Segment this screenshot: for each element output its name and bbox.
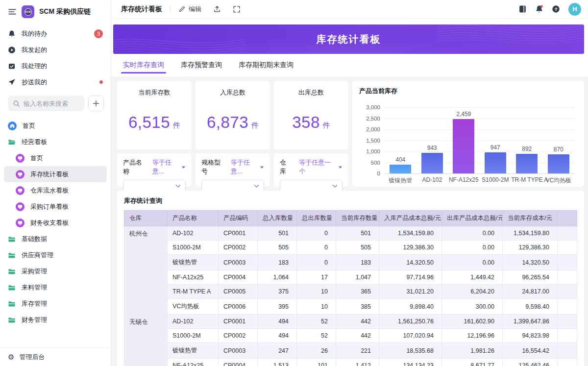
table-cell: S1000-2M: [168, 241, 219, 255]
table-cell: CP0001: [219, 226, 258, 241]
table-cell: 10: [297, 299, 336, 315]
stat-value-row: 6,873件: [207, 113, 259, 132]
app-window: SCM SCM 采购供应链 我的待办3我发起的我处理的抄送我的 首页经营看板首页…: [0, 0, 588, 366]
edit-button[interactable]: 编辑: [178, 5, 201, 14]
sidebar-item-purchase-mgmt[interactable]: 采购管理: [4, 263, 107, 279]
y-axis-tick-label: 3,000: [366, 104, 380, 110]
tab-1[interactable]: 库存预警查询: [181, 54, 222, 76]
table-cell: 12,196.96: [442, 329, 503, 343]
caret-down-icon: [260, 166, 264, 169]
bar-5[interactable]: [548, 154, 569, 173]
sidebar-item-inventory-mgmt[interactable]: 库存管理: [4, 295, 107, 312]
share-icon[interactable]: [213, 5, 221, 13]
sidebar-item-purchase-order-dashboard[interactable]: 采购订单看板: [4, 198, 107, 215]
bar-slot: 404: [385, 156, 416, 173]
help-icon[interactable]: ?: [552, 5, 560, 13]
table-cell: 365: [336, 285, 379, 299]
filter-operator[interactable]: 等于任意...: [152, 158, 186, 176]
sidebar-item-inventory-stats-dashboard[interactable]: 库存统计看板: [4, 166, 107, 182]
bar-slot: 870: [543, 146, 574, 173]
stat-value: 6,873: [207, 113, 248, 132]
sidebar-item-warehouse-flow-dashboard[interactable]: 仓库流水看板: [4, 182, 107, 198]
filter-head: 规格型号等于任意...: [201, 158, 264, 176]
admin-backend-item[interactable]: ⚙ 管理后台: [0, 347, 111, 366]
bar-value-label: 404: [395, 156, 405, 163]
notifications-bell-icon[interactable]: [535, 5, 543, 13]
sidebar-item-finance-income-expense-dashboard[interactable]: 财务收支看板: [4, 215, 107, 231]
table-cell: NF-A12x25: [168, 270, 219, 285]
search-input[interactable]: [24, 100, 79, 107]
quick-item-cc-to-me[interactable]: 抄送我的: [0, 74, 111, 90]
sidebar-item-supplier-mgmt[interactable]: 供应商管理: [4, 247, 107, 263]
add-button[interactable]: [88, 96, 104, 111]
table-cell: 1,399,647.86: [503, 315, 558, 329]
quick-item-my-todo[interactable]: 我的待办3: [0, 25, 111, 42]
column-header: 入库产品成本总额/元: [379, 211, 442, 226]
main-area: 库存统计看板 编辑 ? H: [111, 0, 588, 366]
bar-1[interactable]: [421, 153, 443, 173]
y-axis-tick-label: 500: [371, 160, 380, 166]
tab-2[interactable]: 库存期初期末查询: [239, 54, 294, 76]
table-cell: 18,535.68: [379, 343, 442, 359]
table-cell-empty: [558, 329, 577, 343]
chevron-down-icon: [332, 184, 338, 188]
sidebar-item-label: 采购订单看板: [30, 202, 69, 211]
tab-0[interactable]: 实时库存查询: [123, 54, 164, 76]
sidebar-item-dashboard-home[interactable]: 首页: [4, 150, 107, 166]
table-cell: 221: [336, 343, 379, 359]
filter-operator[interactable]: 等于任意一个: [299, 158, 343, 176]
bar-2[interactable]: [453, 119, 474, 173]
admin-backend-label: 管理后台: [19, 353, 45, 362]
table-cell: 183: [258, 255, 297, 270]
table-cell: 1,513: [258, 359, 297, 366]
table-cell: 0.00: [442, 226, 503, 241]
table-cell: 1,981.26: [442, 343, 503, 359]
handbook-icon[interactable]: [518, 5, 527, 13]
table-cell: 1,561,250.76: [379, 315, 442, 329]
sidebar: SCM SCM 采购供应链 我的待办3我发起的我处理的抄送我的 首页经营看板首页…: [0, 0, 111, 366]
stat-label: 出库总数: [298, 88, 324, 97]
table-cell: CP0003: [219, 343, 258, 359]
sidebar-item-base-data[interactable]: 基础数据: [4, 231, 107, 247]
bar-4[interactable]: [516, 154, 538, 173]
quick-item-label: 我处理的: [22, 62, 47, 71]
table-cell: 501: [336, 226, 379, 241]
user-avatar[interactable]: H: [568, 3, 581, 16]
filter-operator[interactable]: 等于任意...: [231, 158, 264, 176]
table-cell: CP0001: [219, 315, 258, 329]
collapse-sidebar-icon[interactable]: [8, 7, 17, 16]
sidebar-item-home[interactable]: 首页: [4, 118, 107, 134]
quick-item-my-initiated[interactable]: 我发起的: [0, 42, 111, 58]
sidebar-item-incoming-material-mgmt[interactable]: 来料管理: [4, 279, 107, 295]
dashboard-banner: 库存统计看板: [113, 24, 584, 54]
table-cell: 1,534,159.80: [503, 226, 558, 241]
table-cell: 镀镍热管: [168, 343, 219, 359]
column-header: 出库产品成本总额/元: [442, 211, 503, 226]
app-logo-mark: SCM: [24, 8, 32, 16]
bar-3[interactable]: [485, 152, 506, 173]
table-cell: 385: [336, 299, 379, 315]
table-cell: 9,898.40: [379, 299, 442, 315]
table-cell-empty: [558, 285, 577, 299]
table-cell: 134,134.23: [379, 359, 442, 366]
quick-item-label: 抄送我的: [22, 78, 47, 87]
table-cell: 97,714.96: [379, 270, 442, 285]
bar-0[interactable]: [390, 165, 411, 173]
filter-label: 产品名称: [123, 158, 146, 176]
gear-icon: ⚙: [8, 353, 14, 361]
x-axis-category-label: VC均热板: [543, 176, 574, 185]
folder-icon: [8, 235, 16, 243]
search-box[interactable]: [8, 96, 84, 111]
table-cell: CP0006: [219, 299, 258, 315]
fullscreen-icon[interactable]: [233, 5, 241, 13]
sidebar-item-business-dashboards[interactable]: 经营看板: [4, 134, 107, 150]
table-cell: 31,021.20: [379, 285, 442, 299]
quick-item-my-processed[interactable]: 我处理的: [0, 58, 111, 74]
stat-unit: 件: [173, 121, 180, 130]
unread-dot: [99, 80, 103, 84]
chevron-down-icon: [175, 184, 181, 188]
sidebar-item-finance-mgmt[interactable]: 财务管理: [4, 312, 107, 328]
table-cell: CP0004: [219, 270, 258, 285]
table-cell: 1,047: [336, 270, 379, 285]
bell-icon: [8, 30, 16, 38]
